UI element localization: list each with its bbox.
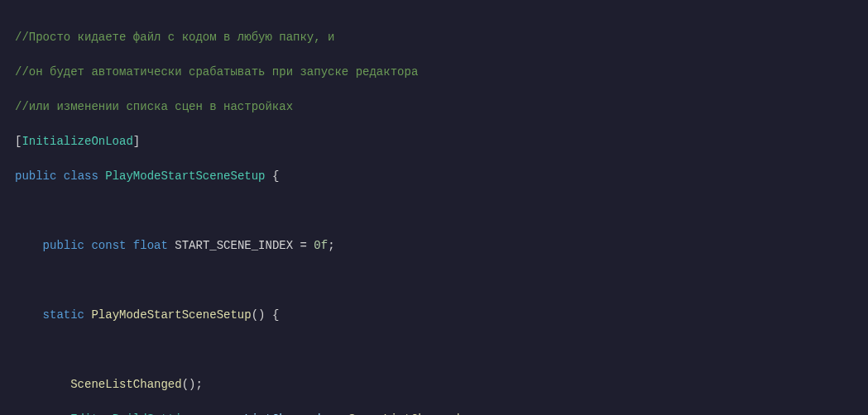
keyword-public: public	[15, 169, 56, 183]
keyword-const: const	[91, 239, 126, 252]
number-literal: 0f	[314, 239, 328, 252]
operator: =	[293, 239, 314, 252]
keyword-float: float	[133, 239, 168, 252]
semicolon: ;	[328, 239, 334, 252]
comment: //Просто кидаете файл с кодом в любую па…	[15, 31, 334, 44]
code-line: public class PlayModeStartSceneSetup {	[15, 168, 868, 185]
code-line-empty	[15, 272, 868, 289]
class-name: PlayModeStartSceneSetup	[105, 169, 265, 183]
const-field: START_SCENE_INDEX	[175, 239, 293, 252]
code-line: public const float START_SCENE_INDEX = 0…	[15, 237, 868, 255]
keyword-public: public	[43, 239, 84, 252]
code-line: //он будет автоматически срабатывать при…	[15, 64, 868, 81]
code-line: [InitializeOnLoad]	[15, 133, 868, 150]
bracket: ]	[133, 135, 140, 148]
parens: ()	[252, 308, 266, 322]
brace: {	[265, 308, 279, 322]
keyword-class: class	[64, 169, 98, 183]
attribute-name: InitializeOnLoad	[22, 135, 132, 148]
code-editor-content[interactable]: //Просто кидаете файл с кодом в любую па…	[15, 12, 868, 415]
parens: ()	[182, 378, 196, 391]
code-line: static PlayModeStartSceneSetup() {	[15, 307, 868, 324]
keyword-static: static	[43, 308, 84, 322]
method-call: SceneListChanged	[70, 378, 181, 391]
code-line: //или изменении списка сцен в настройках	[15, 98, 868, 116]
semicolon: ;	[195, 378, 202, 391]
brace: {	[265, 169, 279, 183]
code-line: EditorBuildSettings.sceneListChanged += …	[15, 411, 868, 415]
comment: //он будет автоматически срабатывать при…	[15, 65, 418, 79]
code-line-empty	[15, 203, 868, 220]
constructor-name: PlayModeStartSceneSetup	[91, 308, 251, 322]
comment: //или изменении списка сцен в настройках	[15, 100, 293, 113]
code-line-empty	[15, 341, 868, 359]
code-line: //Просто кидаете файл с кодом в любую па…	[15, 29, 868, 46]
code-line: SceneListChanged();	[15, 376, 868, 394]
